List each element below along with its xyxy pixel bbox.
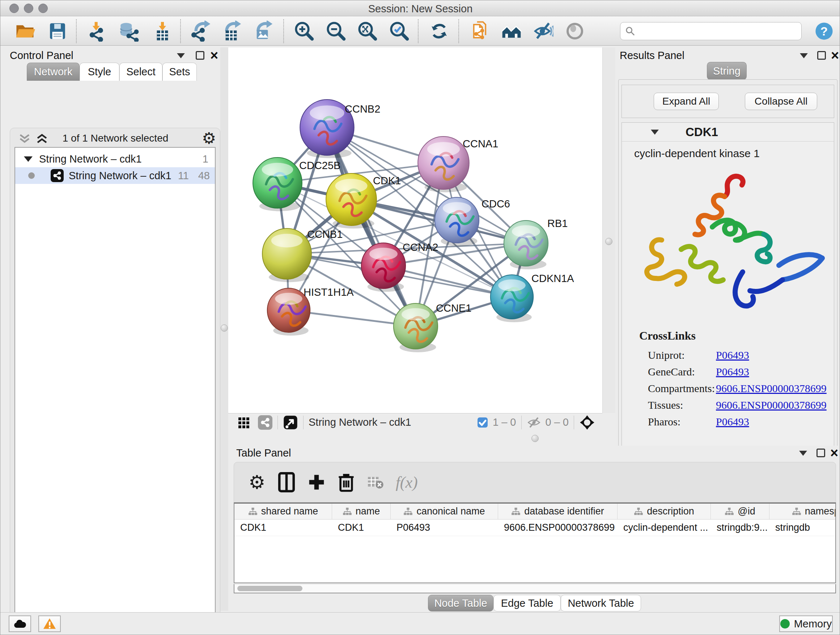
scrollbar-thumb[interactable]: [237, 586, 302, 591]
toolbar-divider: [180, 19, 181, 43]
column-header-namespace[interactable]: namespace: [769, 504, 836, 519]
string-network-icon: [51, 169, 64, 182]
import-network-button[interactable]: [88, 20, 110, 42]
refresh-button[interactable]: [428, 20, 450, 42]
import-database-button[interactable]: [118, 20, 140, 42]
tab-network[interactable]: Network: [27, 63, 80, 81]
network-node-RB1[interactable]: [504, 220, 548, 269]
delete-column-icon[interactable]: [338, 472, 355, 492]
table-tab-node-table[interactable]: Node Table: [428, 595, 493, 611]
zoom-in-button[interactable]: [294, 20, 315, 42]
network-node-CCNA1[interactable]: [418, 136, 469, 192]
table-horizontal-scrollbar[interactable]: [234, 584, 836, 593]
gene-section-header[interactable]: CDK1: [622, 123, 834, 141]
string-view-icon[interactable]: [258, 415, 272, 430]
import-table-button[interactable]: [152, 20, 173, 42]
open-session-button[interactable]: [14, 20, 36, 42]
export-image-button[interactable]: [252, 20, 273, 42]
table-tab-network-table[interactable]: Network Table: [561, 595, 641, 611]
save-session-button[interactable]: [47, 20, 68, 42]
application-window: Session: New Session ? Control Panel × N…: [0, 0, 840, 635]
search-input[interactable]: [636, 25, 791, 37]
table-settings-gear-icon[interactable]: ⚙: [248, 471, 265, 493]
selected-checkbox-icon[interactable]: [477, 417, 488, 428]
svg-text:CCNB1: CCNB1: [307, 228, 343, 240]
search-box[interactable]: [620, 22, 802, 40]
close-results-icon[interactable]: ×: [831, 50, 839, 60]
network-node-CCNA2[interactable]: [362, 243, 406, 292]
zoom-fit-button[interactable]: [357, 20, 378, 42]
export-table-button[interactable]: [220, 20, 242, 42]
expand-all-button[interactable]: Expand All: [654, 93, 719, 110]
svg-text:CDKN1A: CDKN1A: [531, 272, 574, 284]
network-row-selected[interactable]: String Network – cdk1 11 48: [15, 167, 215, 184]
grid-view-icon[interactable]: [238, 416, 251, 429]
network-node-CDC25B[interactable]: [253, 157, 302, 211]
memory-button[interactable]: Memory: [779, 616, 833, 632]
home-views-button[interactable]: [501, 20, 523, 42]
network-collection-row[interactable]: String Network – cdk1 1: [15, 150, 215, 167]
show-panel-button[interactable]: [564, 20, 586, 42]
show-columns-icon[interactable]: [278, 472, 295, 492]
selected-counts: 1 – 0: [493, 416, 516, 428]
network-label: String Network – cdk1: [69, 170, 172, 182]
collapse-panel-icon[interactable]: [177, 53, 185, 60]
detach-view-icon[interactable]: [283, 415, 298, 430]
hidden-eye-slash-icon[interactable]: [527, 416, 541, 429]
crosslink-label: Uniprot:: [648, 349, 685, 361]
tab-select[interactable]: Select: [119, 63, 163, 81]
close-panel-icon[interactable]: ×: [210, 50, 218, 60]
float-table-icon[interactable]: [816, 448, 825, 459]
collapse-results-icon[interactable]: [800, 53, 808, 60]
close-table-icon[interactable]: ×: [830, 448, 838, 458]
network-node-CCNB1[interactable]: [262, 228, 311, 282]
gene-expander-icon[interactable]: [651, 130, 659, 135]
add-column-icon[interactable]: [308, 473, 325, 491]
zoom-out-button[interactable]: [325, 20, 347, 42]
collapse-all-button[interactable]: Collapse All: [745, 93, 817, 110]
float-panel-icon[interactable]: [196, 51, 204, 61]
export-network-button[interactable]: [190, 20, 212, 42]
crosslink-link[interactable]: 9606.ENSP00000378699: [716, 382, 827, 394]
network-node-CDK1[interactable]: [326, 173, 377, 228]
crosslink-link[interactable]: P06493: [716, 416, 749, 428]
cloud-button[interactable]: [9, 616, 31, 632]
tab-style[interactable]: Style: [80, 63, 119, 81]
horizontal-splitter-handle[interactable]: [531, 435, 538, 442]
column-header--id[interactable]: @id: [711, 504, 769, 519]
column-header-database-identifier[interactable]: database identifier: [498, 504, 617, 519]
float-results-icon[interactable]: [817, 51, 826, 61]
tree-expander-icon[interactable]: [24, 157, 33, 162]
left-splitter-handle[interactable]: [221, 325, 228, 332]
crosslink-link[interactable]: P06493: [716, 349, 749, 361]
horizontal-splitter[interactable]: [228, 431, 602, 446]
left-splitter[interactable]: [220, 48, 228, 611]
network-node-CDKN1A[interactable]: [491, 275, 533, 322]
right-splitter-handle[interactable]: [605, 238, 613, 245]
svg-text:HIST1H1A: HIST1H1A: [303, 287, 354, 298]
column-header-canonical-name[interactable]: canonical name: [391, 504, 498, 519]
tab-sets[interactable]: Sets: [163, 63, 197, 81]
hide-panels-button[interactable]: [532, 20, 554, 42]
help-button[interactable]: ?: [813, 20, 835, 42]
column-header-description[interactable]: description: [617, 504, 711, 519]
table-panel-title: Table Panel: [236, 447, 291, 459]
status-bar: Memory: [0, 612, 840, 635]
network-node-CDC6[interactable]: [435, 197, 479, 246]
column-header-shared-name[interactable]: shared name: [234, 504, 332, 519]
zoom-selected-button[interactable]: [388, 20, 410, 42]
warnings-button[interactable]: [38, 616, 61, 632]
crosslink-link[interactable]: 9606.ENSP00000378699: [716, 399, 827, 411]
crosslink-link[interactable]: P06493: [716, 366, 749, 378]
network-node-CCNE1[interactable]: [393, 303, 438, 352]
table-tab-edge-table[interactable]: Edge Table: [493, 595, 561, 611]
table-row[interactable]: CDK1CDK1P064939606.ENSP00000378699cyclin…: [234, 519, 835, 536]
right-splitter[interactable]: [602, 48, 615, 413]
network-canvas[interactable]: CCNB2CCNA1CDC25BCDK1CDC6RB1CCNB1CCNA2CDK…: [228, 48, 602, 413]
string-document-button[interactable]: [469, 20, 491, 42]
tab-string[interactable]: String: [707, 62, 747, 80]
birds-eye-view-icon[interactable]: [579, 415, 595, 431]
collapse-table-icon[interactable]: [799, 451, 807, 457]
network-options-gear-icon[interactable]: ⚙: [202, 129, 216, 147]
column-header-name[interactable]: name: [332, 504, 391, 519]
